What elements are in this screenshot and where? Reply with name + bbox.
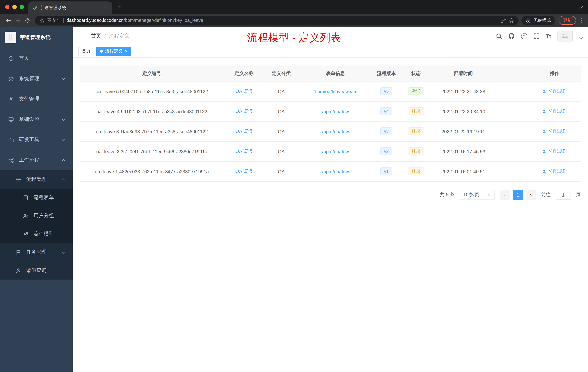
password-key-icon[interactable] (500, 18, 506, 23)
fullscreen-icon[interactable] (533, 33, 539, 39)
page-size-select[interactable]: 10条/页 (460, 190, 494, 200)
window-minimize-button[interactable] (12, 5, 17, 9)
status-cell: 挂起 (400, 101, 432, 121)
chevron-down-icon (62, 137, 65, 141)
back-button[interactable] (4, 18, 13, 23)
definition-name-link[interactable]: OA 请假 (235, 148, 252, 155)
version-badge: v3 (380, 127, 392, 135)
next-page-button[interactable]: › (526, 190, 536, 200)
chevron-down-icon (488, 193, 492, 196)
tag-home[interactable]: 首页 (78, 46, 94, 56)
avatar-dropdown-chevron-icon[interactable] (579, 36, 583, 39)
assign-rule-button[interactable]: 分配规则 (542, 108, 567, 115)
sidebar-item-process-form[interactable]: 流程表单 (0, 188, 73, 207)
sidebar-logo[interactable]: 芋道管理系统 (0, 27, 73, 48)
sidebar-item-home[interactable]: 首页 (0, 48, 73, 68)
assign-rule-button[interactable]: 分配规则 (542, 88, 567, 95)
definition-name-cell: OA 请假 (224, 121, 264, 141)
col-definition-id: 定义编号 (80, 66, 224, 81)
form-link[interactable]: /bpm/oa/flow (322, 129, 349, 134)
font-size-icon[interactable] (546, 33, 551, 39)
page-content: 定义编号 定义名称 定义分类 表单信息 流程版本 状态 部署时间 操作 oa_l… (73, 57, 588, 372)
chevron-down-icon (62, 117, 65, 121)
sidebar-item-devtools[interactable]: 研发工具 (0, 130, 73, 150)
table-row: oa_leave:4:991f2193-7b7f-11ec-a3c8-acde4… (80, 101, 581, 121)
window-zoom-button[interactable] (20, 5, 24, 9)
definition-category: OA (264, 162, 298, 181)
prev-page-button[interactable]: ‹ (500, 190, 510, 200)
breadcrumb-home[interactable]: 首页 (91, 33, 101, 39)
version-badge: v4 (380, 107, 392, 115)
form-info-cell: /bpm/oa/leave/create (298, 82, 373, 101)
definition-name-cell: OA 请假 (224, 142, 264, 161)
deploy-time: 2022-01-22 19:19:11 (432, 121, 494, 141)
browser-menu-icon[interactable]: ⋮ (579, 17, 584, 24)
sidebar-item-process-management[interactable]: 流程管理 (0, 170, 73, 188)
sidebar-toggle-icon[interactable] (79, 33, 85, 39)
assign-rule-button[interactable]: 分配规则 (542, 168, 567, 175)
page-1-button[interactable]: 1 (513, 190, 523, 200)
col-process-version: 流程版本 (373, 66, 400, 81)
form-link[interactable]: /bpm/oa/flow (322, 109, 349, 114)
tag-close-icon[interactable]: × (125, 49, 127, 54)
assign-rule-button[interactable]: 分配规则 (542, 148, 567, 155)
reload-button[interactable] (22, 18, 32, 23)
sidebar-item-infrastructure[interactable]: 基础设施 (0, 109, 73, 130)
bookmark-star-icon[interactable] (509, 18, 514, 23)
new-tab-button[interactable]: + (117, 3, 121, 11)
form-link[interactable]: /bpm/oa/flow (322, 149, 349, 154)
sidebar-item-task-management[interactable]: 任务管理 (0, 243, 73, 261)
definition-name-link[interactable]: OA 请假 (235, 88, 252, 95)
definition-id: oa_leave:1:482ec033-762a-11ec-8477-a2380… (80, 162, 224, 181)
definition-name-link[interactable]: OA 请假 (235, 128, 252, 135)
sidebar-item-process-model[interactable]: 流程模型 (0, 225, 73, 243)
process-list-icon (15, 177, 21, 182)
browser-tab[interactable]: 芋道管理系统 × (28, 1, 112, 14)
window-controls (5, 5, 24, 9)
table-row: oa_leave:3:1fad3d93-7b75-11ec-a3c8-acde4… (80, 121, 581, 142)
action-cell: 分配规则 (528, 82, 581, 101)
app-header: 首页 / 流程定义 ? (73, 27, 588, 45)
definition-name-link[interactable]: OA 请假 (235, 168, 252, 175)
main-area: 首页 / 流程定义 ? (73, 27, 588, 372)
goto-page-input[interactable] (556, 190, 571, 200)
sidebar-item-workflow[interactable]: 工作流程 (0, 150, 73, 170)
pager: ‹ 1 › (500, 190, 536, 200)
sidebar-item-system[interactable]: 系统管理 (0, 68, 73, 89)
sidebar-item-user-group[interactable]: 用户分组 (0, 207, 73, 225)
user-group-icon (22, 213, 29, 219)
chevron-down-icon (62, 76, 65, 80)
devtools-icon (8, 137, 14, 142)
tab-favicon-leaf-icon (32, 5, 37, 10)
address-bar[interactable]: 不安全 dashboard.yudao.iocoder.cn/bpm/manag… (35, 15, 519, 25)
avatar[interactable] (557, 31, 573, 42)
help-icon[interactable]: ? (521, 33, 527, 39)
app-title: 芋道管理系统 (20, 34, 51, 41)
tab-search-chevron-icon[interactable] (579, 5, 583, 9)
action-cell: 分配规则 (528, 101, 581, 121)
forward-button[interactable] (13, 18, 22, 23)
infrastructure-icon (8, 117, 14, 122)
form-link[interactable]: /bpm/oa/leave/create (314, 89, 358, 94)
github-icon[interactable] (508, 33, 515, 39)
tab-close-icon[interactable]: × (103, 5, 108, 10)
window-close-button[interactable] (5, 5, 10, 9)
sidebar-item-payment[interactable]: ¥ 支付管理 (0, 89, 73, 109)
col-deploy-time: 部署时间 (432, 66, 494, 81)
security-warning-icon[interactable] (39, 18, 44, 23)
chrome-update-button[interactable]: 更新 (558, 16, 576, 25)
col-status: 状态 (400, 66, 432, 81)
sidebar-item-leave-query[interactable]: 请假查询 (0, 261, 73, 280)
form-link[interactable]: /bpm/oa/flow (322, 169, 349, 174)
definition-name-link[interactable]: OA 请假 (235, 108, 252, 115)
tag-process-definition[interactable]: 流程定义 × (96, 46, 131, 56)
workflow-icon (8, 157, 14, 163)
assign-rule-button[interactable]: 分配规则 (542, 128, 567, 135)
search-icon[interactable] (496, 33, 502, 39)
breadcrumb: 首页 / 流程定义 (91, 33, 129, 39)
spacer-cell (494, 82, 528, 101)
table-row: oa_leave:5:004b710b-7b8a-11ec-8ef0-acde4… (80, 82, 581, 101)
version-badge: v2 (380, 147, 392, 155)
app: 芋道管理系统 首页 系统管理 ¥ 支付管理 基础设施 (0, 27, 588, 372)
status-badge: 挂起 (408, 167, 424, 175)
